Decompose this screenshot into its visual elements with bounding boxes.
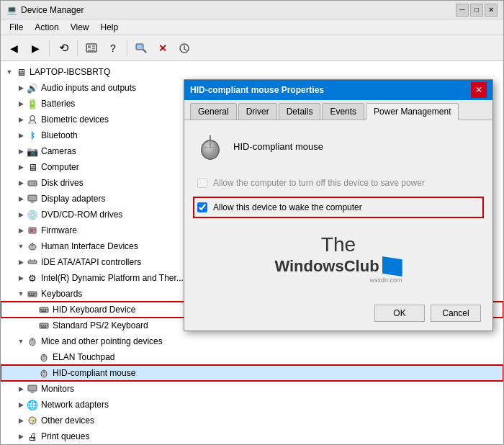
tab-general[interactable]: General bbox=[190, 103, 237, 120]
properties-button[interactable] bbox=[81, 38, 102, 58]
remove-button[interactable]: ✕ bbox=[153, 38, 173, 58]
toolbar-sep-2 bbox=[77, 40, 78, 56]
wake-computer-checkbox-row: Allow this device to wake the computer bbox=[196, 199, 481, 215]
dialog-footer: OK Cancel bbox=[184, 299, 492, 331]
tree-root[interactable]: ▼ 🖥 LAPTOP-IBCSBRTQ bbox=[1, 64, 503, 80]
tree-item-mice[interactable]: ▼ Mice and other pointing devices bbox=[1, 333, 503, 349]
ok-button[interactable]: OK bbox=[374, 305, 425, 322]
tree-item-print[interactable]: ▶ 🖨 Print queues bbox=[1, 428, 503, 444]
ps2-keyboard-expand bbox=[27, 320, 38, 331]
wake-computer-checkbox[interactable] bbox=[197, 202, 207, 212]
menu-view[interactable]: View bbox=[65, 19, 95, 35]
dialog-content: HID-compliant mouse Allow the computer t… bbox=[184, 120, 492, 299]
tree-label-dvd: DVD/CD-ROM drives bbox=[41, 210, 122, 220]
toolbar: ◀ ▶ ⟲ ? ✕ bbox=[1, 35, 503, 61]
tree-item-elan[interactable]: ELAN Touchpad bbox=[1, 349, 503, 365]
svg-rect-21 bbox=[28, 261, 37, 264]
monitors-icon bbox=[27, 383, 38, 395]
svg-point-11 bbox=[34, 182, 36, 184]
power-save-checkbox-row: Allow the computer to turn off this devi… bbox=[196, 175, 481, 191]
dialog-title-bar: HID-compliant mouse Properties ✕ bbox=[184, 80, 492, 100]
menu-bar: File Action View Help bbox=[1, 19, 503, 35]
watermark-logo-square bbox=[382, 256, 402, 277]
biometric-expand-icon: ▶ bbox=[15, 114, 27, 125]
svg-rect-22 bbox=[30, 259, 31, 261]
audio-icon: 🔊 bbox=[27, 82, 38, 94]
svg-rect-48 bbox=[28, 385, 37, 391]
cameras-expand-icon: ▶ bbox=[15, 145, 27, 157]
window-title: Device Manager bbox=[21, 5, 456, 15]
maximize-button[interactable]: □ bbox=[470, 4, 483, 17]
elan-expand bbox=[27, 351, 38, 363]
tab-power-management[interactable]: Power Management bbox=[366, 103, 459, 120]
intel-icon: ⚙ bbox=[27, 272, 38, 284]
disk-expand-icon: ▶ bbox=[15, 177, 27, 189]
tab-events[interactable]: Events bbox=[322, 103, 364, 120]
disk-icon bbox=[27, 177, 38, 189]
svg-line-7 bbox=[143, 50, 146, 53]
tree-label-display: Display adapters bbox=[41, 194, 105, 204]
menu-file[interactable]: File bbox=[4, 19, 29, 35]
firmware-icon bbox=[27, 225, 38, 236]
tree-item-network[interactable]: ▶ 🌐 Network adapters bbox=[1, 397, 503, 413]
hid-expand-icon: ▼ bbox=[15, 241, 27, 252]
cancel-button[interactable]: Cancel bbox=[431, 305, 481, 322]
tree-label-disk: Disk drives bbox=[41, 178, 84, 188]
hid-mouse-expand bbox=[27, 367, 38, 379]
network-expand-icon: ▶ bbox=[15, 399, 27, 410]
dialog-tabs: General Driver Details Events Power Mana… bbox=[184, 100, 492, 120]
device-header: HID-compliant mouse bbox=[196, 132, 481, 161]
firmware-expand-icon: ▶ bbox=[15, 225, 27, 236]
svg-rect-15 bbox=[29, 228, 36, 233]
svg-rect-40 bbox=[47, 325, 48, 326]
tree-label-elan: ELAN Touchpad bbox=[53, 352, 115, 362]
display-expand-icon: ▶ bbox=[15, 193, 27, 204]
tree-label-batteries: Batteries bbox=[41, 99, 75, 109]
refresh-button[interactable]: ⟲ bbox=[53, 38, 73, 58]
hid-mouse-icon bbox=[38, 367, 50, 379]
update-button[interactable] bbox=[174, 38, 194, 58]
dialog-close-button[interactable]: ✕ bbox=[471, 82, 487, 98]
close-button[interactable]: ✕ bbox=[485, 4, 498, 17]
keyboards-icon bbox=[27, 288, 38, 300]
svg-rect-32 bbox=[42, 309, 44, 310]
menu-action[interactable]: Action bbox=[29, 19, 64, 35]
tree-label-keyboards: Keyboards bbox=[41, 289, 82, 299]
help-button[interactable]: ? bbox=[103, 38, 123, 58]
tree-label-monitors: Monitors bbox=[41, 384, 74, 394]
tree-label-hid-mouse: HID-compliant mouse bbox=[53, 368, 135, 378]
mice-expand-icon: ▼ bbox=[15, 336, 27, 347]
menu-help[interactable]: Help bbox=[95, 19, 125, 35]
toolbar-sep-3 bbox=[127, 40, 127, 56]
back-button[interactable]: ◀ bbox=[4, 38, 24, 58]
cameras-icon: 📷 bbox=[27, 145, 38, 157]
watermark-text: WindowsClub bbox=[274, 257, 379, 276]
svg-rect-37 bbox=[40, 325, 42, 326]
device-name-label: HID-compliant mouse bbox=[233, 141, 323, 152]
tree-item-hid-mouse[interactable]: HID-compliant mouse bbox=[1, 365, 503, 381]
power-save-checkbox[interactable] bbox=[197, 178, 207, 188]
tree-label-cameras: Cameras bbox=[41, 146, 76, 156]
svg-rect-33 bbox=[45, 309, 46, 310]
svg-rect-35 bbox=[41, 311, 46, 313]
bluetooth-icon: ᛒ bbox=[27, 130, 38, 141]
tab-driver[interactable]: Driver bbox=[238, 103, 277, 120]
svg-rect-39 bbox=[45, 325, 46, 326]
tree-label-other: Other devices bbox=[41, 415, 94, 426]
minimize-button[interactable]: ─ bbox=[456, 4, 469, 17]
computer-icon: 🖥 bbox=[15, 66, 27, 78]
tree-item-monitors[interactable]: ▶ Monitors bbox=[1, 381, 503, 397]
bluetooth-expand-icon: ▶ bbox=[15, 130, 27, 141]
intel-expand-icon: ▶ bbox=[15, 272, 27, 284]
svg-point-20 bbox=[32, 245, 34, 247]
svg-rect-34 bbox=[47, 309, 48, 310]
tree-item-other[interactable]: ▶ ? Other devices bbox=[1, 413, 503, 428]
forward-button[interactable]: ▶ bbox=[25, 38, 45, 58]
root-expand-icon: ▼ bbox=[4, 66, 15, 78]
tab-details[interactable]: Details bbox=[279, 103, 321, 120]
svg-rect-29 bbox=[30, 295, 35, 297]
computer-tree-icon: 🖥 bbox=[27, 161, 38, 173]
keyboards-expand-icon: ▼ bbox=[15, 288, 27, 300]
scan-button[interactable] bbox=[131, 38, 151, 58]
svg-text:?: ? bbox=[32, 418, 35, 425]
